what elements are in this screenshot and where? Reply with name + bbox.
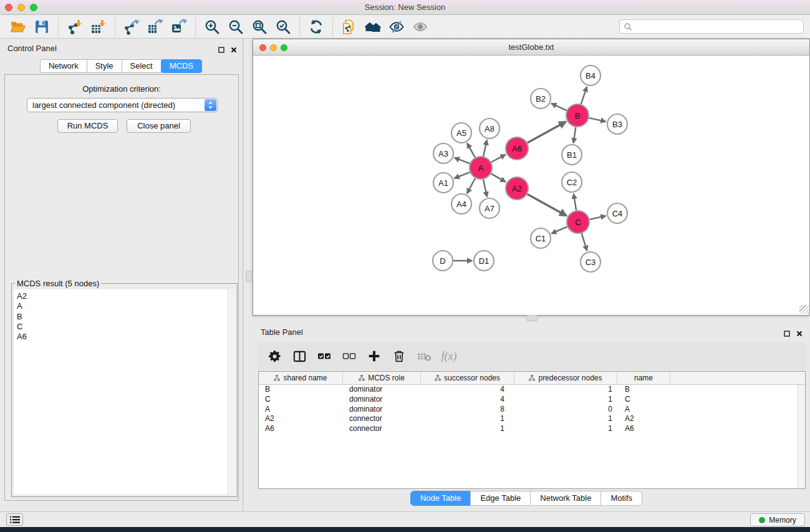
edge-A-A6[interactable] [491, 155, 506, 162]
table-cell[interactable]: C [259, 395, 343, 405]
column-header-name[interactable]: name [617, 372, 670, 384]
node-A8[interactable]: A8 [480, 118, 499, 138]
node-B[interactable]: B [566, 104, 589, 127]
node-B4[interactable]: B4 [581, 65, 600, 85]
node-C3[interactable]: C3 [581, 252, 600, 272]
table-row[interactable]: Adominator80A [259, 405, 805, 415]
table-cell[interactable]: 1 [421, 424, 514, 434]
zoom-out-icon[interactable] [224, 16, 248, 37]
show-column-panel-icon[interactable] [288, 346, 311, 367]
table-cell[interactable]: A6 [617, 424, 670, 434]
edge-B-B2[interactable] [551, 104, 566, 110]
tab-mcds[interactable]: MCDS [161, 59, 202, 73]
table-cell[interactable]: A [259, 405, 343, 415]
table-cell[interactable]: B [259, 385, 343, 395]
column-header-MCDS-role[interactable]: MCDS role [343, 372, 421, 384]
node-A2[interactable]: A2 [506, 177, 528, 200]
edge-C-C2[interactable] [574, 194, 576, 210]
table-cell[interactable]: A6 [259, 424, 343, 434]
float-panel-icon[interactable] [218, 44, 224, 56]
edge-A6-B[interactable] [528, 122, 566, 143]
network-canvas[interactable]: B4B2BB3A5A8A6A3B1AA1C2A2A4A7C4CC1C3DD1 [253, 56, 809, 315]
edge-A-A4[interactable] [467, 178, 475, 193]
mcds-list-scrollbar[interactable] [228, 289, 235, 495]
edge-A-A1[interactable] [455, 172, 470, 178]
horizontal-splitter-grip[interactable] [526, 315, 538, 321]
node-C2[interactable]: C2 [562, 172, 582, 192]
network-graph[interactable]: B4B2BB3A5A8A6A3B1AA1C2A2A4A7C4CC1C3DD1 [253, 56, 809, 314]
table-cell[interactable]: 1 [421, 414, 514, 424]
criterion-dropdown[interactable]: largest connected component (directed) [27, 98, 218, 112]
edge-C-C4[interactable] [590, 216, 606, 220]
node-D[interactable]: D [433, 251, 453, 271]
table-row[interactable]: A6connector11A6 [259, 424, 805, 434]
table-cell[interactable]: connector [343, 414, 421, 424]
close-panel-icon[interactable] [796, 328, 803, 339]
table-row[interactable]: Bdominator41B [259, 385, 805, 395]
node-A[interactable]: A [470, 157, 492, 179]
vertical-splitter-grip[interactable] [246, 271, 252, 282]
table-cell[interactable]: dominator [343, 395, 421, 405]
table-cell[interactable]: A [617, 405, 670, 415]
table-cell[interactable]: B [617, 385, 670, 395]
tab-select[interactable]: Select [122, 59, 162, 73]
select-all-columns-icon[interactable] [313, 346, 335, 367]
table-cell[interactable]: A2 [617, 414, 670, 424]
export-table-icon[interactable] [143, 16, 167, 37]
table-cell[interactable]: dominator [343, 385, 421, 395]
table-cell[interactable]: connector [343, 424, 421, 434]
edge-B-B3[interactable] [589, 118, 606, 122]
deselect-all-columns-icon[interactable] [338, 346, 360, 367]
node-C1[interactable]: C1 [531, 228, 551, 248]
edge-A-A3[interactable] [455, 158, 470, 163]
column-header-successor-nodes[interactable]: successor nodes [421, 372, 514, 384]
table-cell[interactable]: 4 [421, 385, 514, 395]
table-cell[interactable]: 8 [421, 405, 514, 415]
table-row[interactable]: Cdominator41C [259, 395, 805, 405]
edge-A-A8[interactable] [483, 140, 487, 157]
zoom-fit-icon[interactable] [248, 16, 271, 37]
network-window-titlebar[interactable]: testGlobe.txt [253, 39, 809, 56]
table-cell[interactable]: 1 [514, 395, 617, 405]
node-B3[interactable]: B3 [607, 114, 627, 134]
close-panel-button[interactable]: Close panel [127, 119, 191, 133]
run-mcds-button[interactable]: Run MCDS [57, 119, 118, 133]
delete-column-trash-icon[interactable] [388, 346, 410, 367]
tab-network[interactable]: Network [40, 59, 87, 73]
window-resize-grip[interactable] [799, 305, 809, 314]
table-settings-gear-icon[interactable] [263, 346, 286, 367]
node-A4[interactable]: A4 [451, 194, 471, 214]
node-A1[interactable]: A1 [433, 173, 453, 193]
table-cell[interactable]: dominator [343, 405, 421, 415]
table-cell[interactable]: C [617, 395, 670, 405]
mcds-result-item[interactable]: B [17, 312, 235, 322]
tab-style[interactable]: Style [87, 59, 122, 73]
table-scrollbar[interactable] [798, 385, 805, 488]
zoom-selected-icon[interactable] [271, 16, 295, 37]
memory-button[interactable]: Memory [750, 513, 805, 526]
node-A5[interactable]: A5 [451, 123, 471, 143]
edge-A2-C[interactable] [528, 194, 567, 216]
table-cell[interactable]: 1 [514, 385, 617, 395]
mcds-result-item[interactable]: A2 [17, 291, 235, 301]
node-D1[interactable]: D1 [474, 251, 494, 271]
hide-details-eye-slash-icon[interactable] [385, 16, 408, 37]
refresh-icon[interactable] [304, 16, 328, 37]
table-cell[interactable]: 1 [514, 414, 617, 424]
node-A6[interactable]: A6 [506, 137, 528, 160]
save-session-icon[interactable] [30, 16, 54, 37]
mcds-result-item[interactable]: C [17, 322, 235, 332]
edge-A-A2[interactable] [491, 173, 506, 181]
edge-C-C1[interactable] [551, 227, 567, 234]
export-network-icon[interactable] [120, 16, 143, 37]
node-C[interactable]: C [567, 211, 589, 233]
mcds-result-list[interactable]: A2ABCA6 [14, 289, 235, 495]
zoom-in-icon[interactable] [200, 16, 224, 37]
column-header-predecessor-nodes[interactable]: predecessor nodes [514, 372, 617, 384]
column-header-shared-name[interactable]: shared name [259, 372, 343, 384]
create-column-plus-icon[interactable] [363, 346, 385, 367]
node-A7[interactable]: A7 [480, 198, 499, 218]
table-row[interactable]: A2connector11A2 [259, 414, 805, 424]
search-input[interactable] [632, 22, 799, 32]
close-panel-icon[interactable] [231, 44, 237, 56]
